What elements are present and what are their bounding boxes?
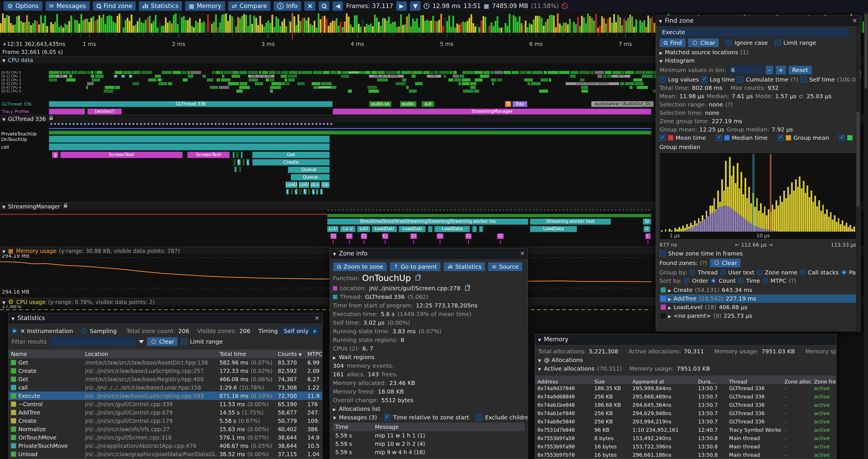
help-marker[interactable]: (?) (789, 277, 796, 284)
find-zone-title-bar[interactable]: Find zone (656, 16, 860, 26)
allocations-table-header[interactable]: Address Size Appeared at Dura... Thread … (535, 375, 836, 384)
timeline-zone[interactable]: ScreenText (187, 152, 230, 158)
messages-button[interactable]: Messages (45, 1, 90, 11)
thread-name-label[interactable]: Tracy Profiler (1, 109, 31, 114)
info-button[interactable]: iInfo (273, 1, 301, 11)
stats-table-row[interactable]: Normalizejni/../jni/src/claw/vfs/Vfs.cpp… (9, 425, 322, 433)
timeline-zone[interactable]: audio.se (369, 101, 392, 107)
timeline-zone[interactable]: LoadDaU (372, 226, 397, 232)
timeline-zone[interactable]: pLo (310, 182, 320, 188)
timeline-zone[interactable]: auc (56, 75, 67, 78)
timeline-zone[interactable] (384, 240, 386, 244)
statistics-table-header[interactable]: Name Location Total time Counts MTPC (9, 350, 322, 358)
allocations-list-expander[interactable]: Allocations list (333, 405, 525, 412)
timeline-zone[interactable]: cds_ol_rx_thr (248, 75, 275, 78)
option-checkbox[interactable] (659, 76, 666, 83)
memory-title-bar[interactable]: Memory (535, 334, 836, 345)
col-name[interactable]: Name (11, 351, 83, 357)
col-zone-alloc[interactable]: Zone alloc (784, 379, 812, 385)
timeline-zone[interactable]: (worker/) (87, 108, 122, 114)
find-button[interactable]: Find (659, 38, 686, 47)
option-checkbox[interactable] (737, 76, 743, 83)
close-icon[interactable] (314, 315, 319, 322)
group-by-radio[interactable] (800, 269, 805, 275)
allocations-expander[interactable]: @ Allocations (538, 357, 833, 363)
stats-table-row[interactable]: Createjni/../jni/src/claw/base/LuaScript… (9, 367, 322, 375)
sort-by-radio[interactable] (684, 278, 690, 284)
timeline-zone[interactable]: ScreenText (60, 152, 183, 158)
timeline-zone[interactable]: StreamingManager (333, 108, 651, 114)
group-by-radio[interactable] (841, 269, 847, 275)
timeline-zone[interactable] (647, 240, 649, 244)
histogram-expander[interactable]: Histogram (659, 57, 857, 64)
sort-by-radio[interactable] (738, 278, 744, 284)
allocation-row[interactable]: 0x74ab1ef040256 KB294,629,948ns13:50.7GL… (535, 409, 836, 417)
timeline-zone[interactable]: Ci (410, 233, 417, 239)
col-mtpc[interactable]: MTPC (307, 351, 322, 357)
timeline-zone[interactable] (239, 166, 241, 172)
timeline-zone[interactable]: LoaU (285, 182, 298, 188)
timeline-zone[interactable] (49, 143, 330, 151)
stats-table-row[interactable]: AddTreejni/../jni/src/guif/Control.cpp:6… (9, 408, 322, 417)
scrollbar-thumb[interactable] (865, 14, 867, 89)
compare-button[interactable]: Compare (228, 1, 271, 11)
thread-name[interactable]: GLThread 336 (365, 293, 405, 300)
series-checkbox[interactable] (716, 135, 722, 141)
found-clear-button[interactable]: Clear (710, 258, 741, 267)
timeline-zone[interactable]: audio.service (effect) (565, 82, 619, 85)
timeline-zone[interactable]: Queue (291, 174, 330, 181)
timeline-zone[interactable] (472, 226, 477, 232)
timeline-zone[interactable]: audiose (313, 86, 337, 89)
timeline-zone[interactable]: C| (382, 233, 388, 239)
timeline-zone[interactable]: ß (157, 78, 162, 81)
allocation-row[interactable]: 0x74a9d37040186.35 KB295,999,844ns13:50.… (535, 384, 836, 392)
group-by-radio[interactable] (756, 269, 762, 275)
timeline-zone[interactable] (232, 152, 235, 158)
messages-expander[interactable]: Messages (3) Time relative to zone start… (333, 414, 525, 421)
stats-table-row[interactable]: OnTouchMovejni/../jni/src/guif/Screen.cp… (9, 433, 322, 441)
timeline-zone[interactable] (500, 240, 501, 244)
allocation-row[interactable]: 0x7553b9fbf016 bytes296,661,186ns13:50.8… (535, 451, 836, 459)
timeline-zone[interactable]: LoadData (530, 226, 577, 232)
timeline-zone[interactable]: ç (312, 189, 315, 195)
next-frame-button[interactable] (396, 1, 407, 11)
timeline-zone[interactable] (291, 189, 293, 195)
timeline-zone[interactable] (363, 240, 365, 244)
zoom-search-button[interactable] (318, 1, 330, 11)
allocation-row[interactable]: 0x7553b9fa508 bytes153,492,240ns13:50.8M… (535, 434, 836, 442)
find-zone-scrollbar[interactable] (856, 26, 860, 331)
timeline-zone[interactable] (349, 240, 350, 244)
stats-table-row[interactable]: Createjni/../jni/src/guif/Control.cpp:17… (9, 417, 322, 425)
timeline-zone[interactable]: C| (330, 233, 337, 239)
col-total-time[interactable]: Total time (219, 351, 275, 357)
timeline-zone[interactable]: C| (465, 233, 472, 239)
timeline-zone[interactable]: Ci (497, 233, 504, 239)
timeline-zone[interactable] (479, 226, 483, 232)
timeline-zone[interactable] (49, 131, 651, 135)
group-by-radio[interactable] (720, 269, 726, 275)
found-zone-row[interactable]: Create(54,131)643.34 ms (659, 286, 857, 294)
allocation-row[interactable]: 0x74a9d68040256 KB295,668,489ns13:50.7GL… (535, 392, 836, 401)
timeline-zone[interactable]: ç (129, 75, 132, 78)
timeline-zone[interactable]: U (643, 226, 650, 232)
group-by-radio[interactable] (690, 269, 695, 275)
show-zone-time-checkbox[interactable] (659, 250, 666, 257)
allocation-row[interactable]: 0x7531d7b04096 KB1:10 234,952,16112:40.7… (535, 426, 836, 434)
clear-filter-button[interactable]: Clear (147, 337, 178, 346)
close-icon[interactable] (520, 250, 525, 257)
timeline-zone[interactable]: E (237, 159, 241, 166)
clear-button[interactable]: Clear (688, 38, 719, 47)
close-icon[interactable] (852, 17, 857, 24)
location-value[interactable]: jni/../jni/src/guif/Screen.cpp:278 (369, 285, 460, 292)
timeline-zone[interactable]: audio. (400, 101, 416, 107)
tools-button[interactable] (304, 1, 316, 11)
timeline-zone[interactable]: ç (114, 75, 118, 78)
col-size[interactable]: Size (594, 379, 630, 385)
timeline-zone[interactable] (233, 159, 236, 166)
timeline-zone[interactable]: ( (286, 189, 289, 195)
timeline-zone[interactable]: E( (303, 189, 307, 195)
funnel-icon[interactable] (139, 340, 144, 343)
timeline-zone[interactable]: LoadData (434, 226, 470, 232)
col-location[interactable]: Location (85, 351, 217, 357)
timeline-zone[interactable]: cds_ol_rx_threa (369, 75, 404, 78)
